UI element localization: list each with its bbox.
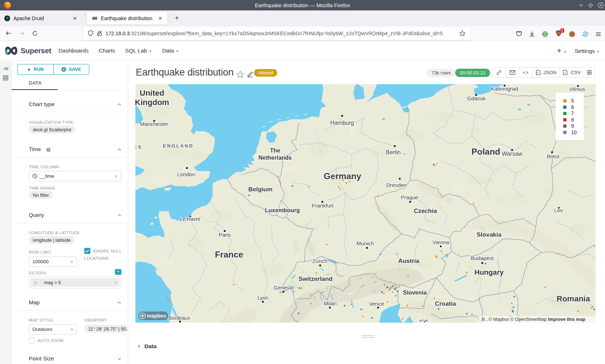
svg-text:Munich: Munich [357,240,374,246]
svg-text:Gdansk: Gdansk [467,95,486,101]
svg-text:mapbox: mapbox [147,313,166,319]
svg-text:Venice: Venice [369,301,384,307]
svg-text:Austria: Austria [398,258,420,264]
svg-text:Poland: Poland [471,147,500,156]
svg-text:Frankfurt: Frankfurt [312,203,334,209]
svg-text:Kaliningrad: Kaliningrad [491,86,518,92]
svg-text:6: 6 [571,104,574,110]
svg-text:5: 5 [571,98,574,104]
svg-text:Czechia: Czechia [414,208,437,214]
svg-text:10: 10 [571,129,577,135]
svg-text:Milan: Milan [324,300,337,306]
svg-text:Belgium: Belgium [248,186,272,193]
svg-text:The: The [270,147,281,154]
svg-text:Luxembourg: Luxembourg [265,207,300,213]
svg-text:ES: ES [135,144,142,150]
svg-text:Manchester: Manchester [140,121,168,127]
svg-text:Vienna: Vienna [433,239,449,245]
svg-text:x: x [565,72,566,74]
svg-text:Lyon: Lyon [257,295,268,301]
svg-text:Lviv: Lviv [554,208,563,213]
svg-text:Geneva: Geneva [274,285,293,291]
svg-text:Zurich: Zurich [312,258,327,264]
svg-text:Berlin: Berlin [386,149,401,155]
svg-text:i: i [48,148,49,151]
svg-text:Slovenia: Slovenia [403,290,427,296]
svg-text:Dresden: Dresden [386,182,407,188]
svg-text:Germany: Germany [324,171,362,181]
svg-text:Le Havre: Le Havre [180,216,201,222]
svg-text:B...© Mapbox © OpenStreetMap I: B...© Mapbox © OpenStreetMap Improve thi… [482,317,586,322]
svg-text:Brest: Brest [547,153,560,159]
svg-text:Netherlands: Netherlands [259,155,292,161]
svg-text:Switzerland: Switzerland [299,276,332,282]
svg-text:7: 7 [571,110,574,116]
svg-text:United: United [140,88,164,97]
svg-text:Slovakia: Slovakia [477,231,502,238]
svg-text:ENGLAND: ENGLAND [163,143,193,149]
svg-text:Budapest: Budapest [471,255,494,261]
svg-text:Kingdom: Kingdom [135,98,169,107]
svg-text:9: 9 [571,123,574,129]
svg-text:Hamburg: Hamburg [330,120,354,126]
svg-text:Vilnius: Vilnius [569,86,585,92]
svg-text:Warsaw: Warsaw [502,151,523,157]
svg-text:Bordeaux: Bordeaux [169,315,190,321]
svg-text:Hungary: Hungary [474,268,504,276]
svg-text:Prague: Prague [401,194,418,200]
svg-text:London: London [177,171,195,177]
svg-text:Paris: Paris [219,232,231,238]
svg-text:8: 8 [571,117,574,123]
svg-text:Romania: Romania [557,294,591,303]
svg-text:Croatia: Croatia [435,300,456,307]
svg-text:France: France [215,250,243,259]
